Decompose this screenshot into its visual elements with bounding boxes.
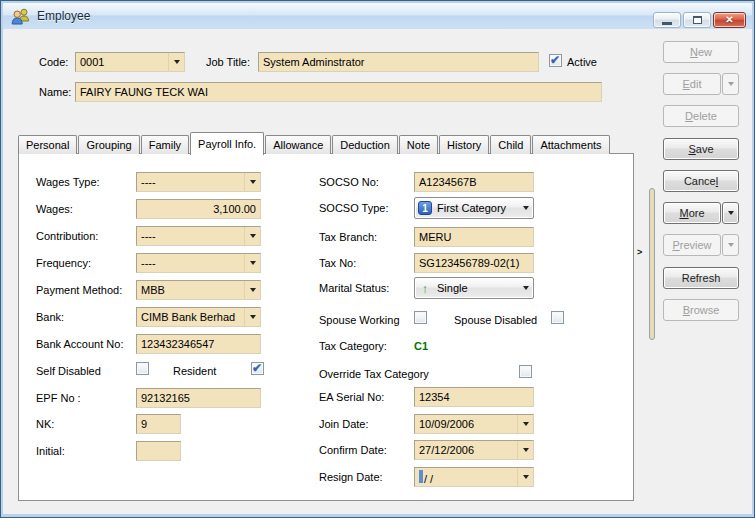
name-field[interactable]: FAIRY FAUNG TECK WAI [75,82,602,102]
initial-field[interactable] [136,441,181,461]
delete-button: Delete [663,105,739,127]
splitter-collapse-icon[interactable]: > [637,247,642,257]
epf-no-field[interactable]: 92132165 [136,388,261,408]
close-button[interactable]: ✕ [713,12,746,28]
text-cursor [419,470,423,483]
tab-personal[interactable]: Personal [18,135,77,154]
tax-category-label: Tax Category: [319,340,387,352]
maximize-button[interactable] [683,12,711,28]
ea-serial-no-label: EA Serial No: [319,391,384,403]
job-title-field[interactable]: System Adminstrator [258,52,539,72]
bank-combobox[interactable]: CIMB Bank Berhad [136,307,261,327]
minimize-button[interactable] [653,12,681,28]
active-checkbox[interactable]: ✔ [549,54,562,67]
chevron-down-icon[interactable] [518,286,533,290]
chevron-down-icon[interactable] [244,254,260,272]
contribution-combobox[interactable]: ---- [136,226,261,246]
wages-type-combobox[interactable]: ---- [136,172,261,192]
ea-serial-no-field[interactable]: 12354 [414,387,534,407]
chevron-down-icon[interactable] [517,441,533,459]
name-value: FAIRY FAUNG TECK WAI [80,86,208,98]
nk-field[interactable]: 9 [136,414,181,434]
wages-field[interactable]: 3,100.00 [136,199,261,219]
job-title-value: System Adminstrator [263,56,364,68]
bank-account-no-label: Bank Account No: [36,338,123,350]
chevron-down-icon[interactable] [244,281,260,299]
tab-deduction[interactable]: Deduction [332,135,398,154]
frequency-combobox[interactable]: ---- [136,253,261,273]
socso-type-value: First Category [432,202,518,214]
tab-attachments[interactable]: Attachments [532,135,609,154]
tab-note[interactable]: Note [399,135,438,154]
confirm-date-picker[interactable]: 27/12/2006 [414,440,534,460]
spouse-working-checkbox[interactable]: ✔ [414,311,427,324]
marital-status-combobox[interactable]: ↑ Single [414,277,534,299]
employee-people-icon [11,8,31,25]
bank-label: Bank: [36,311,64,323]
self-disabled-checkbox[interactable]: ✔ [136,362,149,375]
close-icon: ✕ [725,15,733,25]
titlebar[interactable]: Employee ✕ [3,3,752,29]
self-disabled-label: Self Disabled [36,365,101,377]
save-button[interactable]: Save [663,138,739,160]
tab-history[interactable]: History [439,135,489,154]
more-button[interactable]: More [663,202,721,224]
tab-payroll-info[interactable]: Payroll Info. [190,132,264,155]
resign-date-label: Resign Date: [319,471,383,483]
tax-no-field[interactable]: SG123456789-02(1) [414,253,534,273]
tab-grouping[interactable]: Grouping [78,135,139,154]
code-value: 0001 [76,56,168,68]
contribution-label: Contribution: [36,230,98,242]
bank-account-no-field[interactable]: 123432346547 [136,334,261,354]
employee-window: Employee ✕ Code: 0001 Job Title: System … [0,0,755,518]
contribution-value: ---- [137,230,244,242]
cancel-button[interactable]: Cancel [663,170,739,192]
more-dropdown-button[interactable] [722,202,739,224]
wages-type-value: ---- [137,176,244,188]
confirm-date-value: 27/12/2006 [415,444,517,456]
chevron-down-icon[interactable] [244,308,260,326]
payment-method-combobox[interactable]: MBB [136,280,261,300]
chevron-down-icon [728,211,734,215]
epf-no-value: 92132165 [141,392,190,404]
chevron-down-icon[interactable] [244,173,260,191]
socso-no-field[interactable]: A1234567B [414,172,534,192]
tab-child[interactable]: Child [490,135,531,154]
preview-button: Preview [663,234,721,256]
chevron-down-icon[interactable] [517,468,533,486]
spouse-disabled-checkbox[interactable]: ✔ [551,311,564,324]
epf-no-label: EPF No : [36,392,81,404]
nk-label: NK: [36,418,54,430]
tax-branch-label: Tax Branch: [319,231,377,243]
chevron-down-icon[interactable] [244,227,260,245]
refresh-button[interactable]: Refresh [663,267,739,289]
chevron-down-icon[interactable] [168,53,184,71]
tax-no-value: SG123456789-02(1) [419,257,519,269]
panel-splitter[interactable] [649,188,655,340]
chevron-down-icon [728,243,734,247]
socso-type-combobox[interactable]: 1 First Category [414,197,534,219]
tax-branch-field[interactable]: MERU [414,227,534,247]
code-combobox[interactable]: 0001 [75,52,185,72]
resident-label: Resident [173,365,216,377]
wages-label: Wages: [36,203,73,215]
tab-family[interactable]: Family [141,135,189,154]
tab-allowance[interactable]: Allowance [265,135,331,154]
tax-category-value: C1 [414,340,428,352]
join-date-label: Join Date: [319,418,369,430]
resident-checkbox[interactable]: ✔ [251,362,264,375]
first-category-icon: 1 [418,201,432,215]
payment-method-label: Payment Method: [36,284,122,296]
join-date-picker[interactable]: 10/09/2006 [414,414,534,434]
resign-date-picker[interactable]: / / [414,467,534,487]
override-tax-category-checkbox[interactable]: ✔ [519,365,532,378]
socso-type-label: SOCSO Type: [319,202,389,214]
bank-value: CIMB Bank Berhad [137,311,244,323]
check-icon: ✔ [252,363,263,373]
resign-date-value: / / [415,470,517,485]
chevron-down-icon[interactable] [517,415,533,433]
name-label: Name: [39,86,71,98]
chevron-down-icon[interactable] [518,206,533,210]
override-tax-category-label: Override Tax Category [319,368,429,380]
wages-type-label: Wages Type: [36,176,100,188]
